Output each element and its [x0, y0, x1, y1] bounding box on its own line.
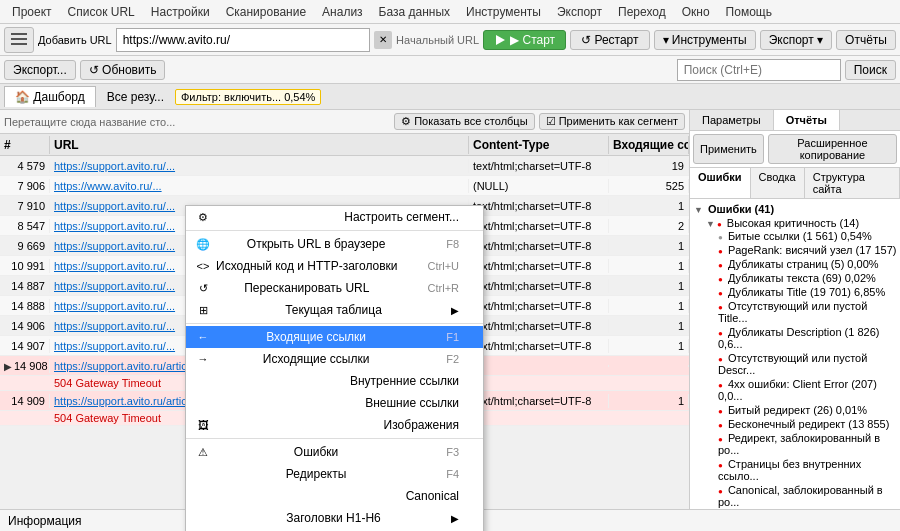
cell-inbound: 19 — [609, 159, 689, 173]
start-button[interactable]: ▶ Старт — [483, 30, 566, 50]
shortcut-label: Ctrl+U — [428, 260, 459, 272]
apply-button[interactable]: Применить — [693, 134, 764, 164]
context-menu-item[interactable]: Заголовки H1-H6▶ — [186, 507, 483, 529]
table-row[interactable]: 7 906 https://www.avito.ru/... (NULL) 52… — [0, 176, 689, 196]
context-menu-item[interactable]: Внутренние ссылки — [186, 370, 483, 392]
th-number: # — [0, 136, 50, 154]
menu-item-window[interactable]: Окно — [674, 3, 718, 21]
context-menu-label: Ошибки — [294, 445, 339, 459]
high-severity-item[interactable]: ● Битые ссылки (1 561) 0,54% — [692, 229, 898, 243]
context-menu-icon: ⚙ — [194, 211, 212, 224]
tab-parameters[interactable]: Параметры — [690, 110, 774, 130]
menu-item-nav[interactable]: Переход — [610, 3, 674, 21]
cell-inbound: 1 — [609, 339, 689, 353]
high-severity-item[interactable]: ● PageRank: висячий узел (17 157) — [692, 243, 898, 257]
cell-content-type: text/html;charset=UTF-8 — [469, 279, 609, 293]
menu-item-analysis[interactable]: Анализ — [314, 3, 371, 21]
context-menu-separator — [186, 438, 483, 439]
main-area: Перетащите сюда название сто... ⚙ Показа… — [0, 110, 900, 509]
menu-item-project[interactable]: Проект — [4, 3, 60, 21]
high-severity-item[interactable]: ● 4хх ошибки: Client Error (207) 0,0... — [692, 377, 898, 403]
tab-row: 🏠 Дашборд Все резу... Фильтр: включить..… — [0, 84, 900, 110]
high-severity-item[interactable]: ● Дубликаты Description (1 826) 0,6... — [692, 325, 898, 351]
address-input[interactable] — [116, 28, 370, 52]
high-severity-item[interactable]: ● Бесконечный редирект (13 855) — [692, 417, 898, 431]
context-menu-label: Настроить сегмент... — [344, 210, 459, 224]
menu-item-db[interactable]: База данных — [371, 3, 458, 21]
cell-content-type: text/html;charset=UTF-8 — [469, 259, 609, 273]
menu-item-tools[interactable]: Инструменты — [458, 3, 549, 21]
tab-reports[interactable]: Отчёты — [774, 110, 840, 130]
high-severity-item[interactable]: ● Отсутствующий или пустой Title... — [692, 299, 898, 325]
context-menu-item[interactable]: <>Исходный код и HTTP-заголовкиCtrl+U — [186, 255, 483, 277]
context-menu-label: Внутренние ссылки — [350, 374, 459, 388]
error-tree-title: ▼ Ошибки (41) — [692, 201, 898, 217]
context-menu-icon: 🖼 — [194, 419, 212, 431]
error-tree: ▼ Ошибки (41)▼● Высокая критичность (14)… — [690, 199, 900, 509]
context-menu-item[interactable]: →Исходящие ссылкиF2 — [186, 348, 483, 370]
shortcut-label: F2 — [446, 353, 459, 365]
restart-button[interactable]: ↺ Рестарт — [570, 30, 649, 50]
context-menu-item[interactable]: ⊞Текущая таблица▶ — [186, 299, 483, 321]
refresh-btn[interactable]: ↺ Обновить — [80, 60, 166, 80]
clear-url-button[interactable]: ✕ — [374, 31, 392, 49]
svg-marker-3 — [496, 35, 505, 45]
search-input[interactable] — [677, 59, 841, 81]
cell-url[interactable]: https://support.avito.ru/... — [50, 159, 469, 173]
cell-num: ▶14 908 — [0, 359, 50, 373]
export-btn[interactable]: Экспорт... — [4, 60, 76, 80]
status-text: Информация — [8, 514, 81, 528]
reports-button[interactable]: Отчёты — [836, 30, 896, 50]
menu-item-urllist[interactable]: Список URL — [60, 3, 143, 21]
context-menu-label: Открыть URL в браузере — [247, 237, 386, 251]
cell-content-type: text/html;charset=UTF-8 — [469, 219, 609, 233]
cell-url[interactable]: https://www.avito.ru/... — [50, 179, 469, 193]
parsing-tab-structure[interactable]: Структура сайта — [805, 168, 900, 198]
context-menu-item[interactable]: РедиректыF4 — [186, 463, 483, 485]
high-severity-item[interactable]: ● Редирект, заблокированный в ро... — [692, 431, 898, 457]
high-severity-item[interactable]: ● Дубликаты страниц (5) 0,00% — [692, 257, 898, 271]
menu-item-scan[interactable]: Сканирование — [218, 3, 314, 21]
high-severity-item[interactable]: ● Canonical, заблокированный в ро... — [692, 483, 898, 509]
extended-copy-button[interactable]: Расширенное копирование — [768, 134, 897, 164]
cell-num: 14 888 — [0, 299, 50, 313]
context-menu-item[interactable]: Внешние ссылки — [186, 392, 483, 414]
context-menu-label: Редиректы — [286, 467, 346, 481]
context-menu-item[interactable]: ←Входящие ссылкиF1 — [186, 326, 483, 348]
context-menu-item[interactable]: 🌐Открыть URL в браузереF8 — [186, 233, 483, 255]
menu-item-settings[interactable]: Настройки — [143, 3, 218, 21]
context-menu-item[interactable]: ↺Пересканировать URLCtrl+R — [186, 277, 483, 299]
tab-all-results[interactable]: Все резу... — [96, 86, 175, 107]
high-severity-item[interactable]: ● Битый редирект (26) 0,01% — [692, 403, 898, 417]
context-menu: ⚙Настроить сегмент...🌐Открыть URL в брау… — [185, 205, 484, 531]
table-row[interactable]: 4 579 https://support.avito.ru/... text/… — [0, 156, 689, 176]
tab-dashboard[interactable]: 🏠 Дашборд — [4, 86, 96, 107]
show-columns-button[interactable]: ⚙ Показать все столбцы — [394, 113, 534, 130]
hamburger-button[interactable] — [4, 27, 34, 53]
export-button[interactable]: Экспорт ▾ — [760, 30, 832, 50]
tools-button[interactable]: ▾ Инструменты — [654, 30, 756, 50]
cell-num: 7 906 — [0, 179, 50, 193]
context-menu-icon: → — [194, 353, 212, 365]
menu-item-help[interactable]: Помощь — [718, 3, 780, 21]
high-severity-item[interactable]: ● Страницы без внутренних ссыло... — [692, 457, 898, 483]
context-menu-item[interactable]: ⚠ОшибкиF3 — [186, 441, 483, 463]
high-severity-item[interactable]: ● Дубликаты текста (69) 0,02% — [692, 271, 898, 285]
search-button[interactable]: Поиск — [845, 60, 896, 80]
context-menu-item[interactable]: ⚙Настроить сегмент... — [186, 206, 483, 228]
high-severity-section[interactable]: ▼● Высокая критичность (14) — [692, 217, 898, 229]
shortcut-label: Ctrl+R — [428, 282, 459, 294]
context-menu-item[interactable]: 🖼Изображения — [186, 414, 483, 436]
parsing-tab-summary[interactable]: Сводка — [751, 168, 805, 198]
context-menu-item[interactable]: Canonical — [186, 485, 483, 507]
high-severity-item[interactable]: ● Отсутствующий или пустой Descr... — [692, 351, 898, 377]
table-header: # URL Content-Type Входящие ссылки — [0, 134, 689, 156]
apply-segment-button[interactable]: ☑ Применить как сегмент — [539, 113, 685, 130]
table-columns-hint: Перетащите сюда название сто... — [4, 116, 175, 128]
high-severity-item[interactable]: ● Дубликаты Title (19 701) 6,85% — [692, 285, 898, 299]
menu-item-export[interactable]: Экспорт — [549, 3, 610, 21]
filter-tag[interactable]: Фильтр: включить... 0,54% — [175, 89, 321, 105]
shortcut-label: F4 — [446, 468, 459, 480]
parsing-tab-errors[interactable]: Ошибки — [690, 168, 751, 198]
cell-inbound: 1 — [609, 299, 689, 313]
